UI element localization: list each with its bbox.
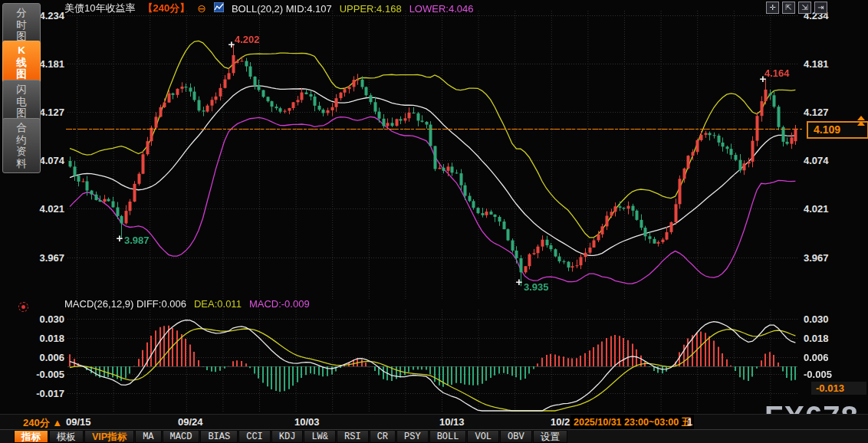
macd-tick-right: 0.006 bbox=[804, 351, 865, 363]
toolbar-button-KDJ[interactable]: KDJ bbox=[271, 430, 304, 443]
macd-last-value-box: -0.013 bbox=[811, 382, 866, 395]
macd-tick-left: 0.006 bbox=[0, 351, 64, 363]
scale-left-axis-icon[interactable]: ⇱ bbox=[782, 2, 795, 14]
price-tick-right: 4.074 bbox=[804, 155, 865, 166]
period-tag: 【240分】 bbox=[143, 2, 189, 15]
pan-icon[interactable]: ✛ bbox=[766, 2, 779, 14]
date-tick: 09/24 bbox=[178, 416, 203, 428]
toolbar-button-CR[interactable]: CR bbox=[370, 430, 396, 443]
date-tick: 09/15 bbox=[66, 416, 91, 428]
toolbar-button-BOLL[interactable]: BOLL bbox=[429, 430, 467, 443]
price-tick-right: 4.127 bbox=[804, 107, 865, 118]
toolbar-button-MACD[interactable]: MACD bbox=[163, 430, 200, 443]
toolbar-button-MA[interactable]: MA bbox=[135, 430, 161, 443]
period-selector[interactable]: 240分 ▲ bbox=[23, 416, 62, 430]
boll-lower-label: LOWER:4.046 bbox=[409, 3, 474, 15]
extreme-label-4.164: 4.164 bbox=[764, 67, 790, 79]
price-tick-left: 3.967 bbox=[0, 251, 64, 263]
toolbar-button-BIAS[interactable]: BIAS bbox=[200, 430, 238, 443]
extreme-label-3.935: 3.935 bbox=[524, 281, 549, 293]
indicator-alert-icon[interactable] bbox=[18, 302, 28, 312]
chart-header: 美债10年收益率 【240分】 ⊖ BOLL(20,2) MID:4.107 U… bbox=[64, 2, 473, 15]
crosshair-mark: + bbox=[760, 72, 767, 85]
crosshair-mark: + bbox=[229, 38, 235, 51]
bar-tooltip-suffix: 1 bbox=[687, 416, 692, 428]
bottom-toolbar: 指标模板VIP指标MAMACDBIASCCIKDJLW&RSICRPSYBOLL… bbox=[0, 429, 868, 443]
boll-mid-label: BOLL(20,2) MID:4.107 bbox=[232, 3, 332, 15]
macd-tick-right: 0.018 bbox=[804, 332, 865, 343]
price-marker-icon[interactable] bbox=[857, 116, 865, 126]
scale-right-axis-icon[interactable]: ⇲ bbox=[798, 2, 811, 14]
toolbar-button-VOL[interactable]: VOL bbox=[467, 430, 499, 443]
instrument-title: 美债10年收益率 bbox=[64, 2, 135, 15]
date-tick: 10/13 bbox=[439, 416, 465, 428]
macd-tick-left: -0.005 bbox=[0, 369, 64, 380]
toolbar-button-设置[interactable]: 设置 bbox=[533, 430, 567, 443]
sidebar-tab-闪电图[interactable]: 闪电图 bbox=[2, 80, 41, 123]
macd-diff-label: MACD(26,12,9) DIFF:0.006 bbox=[64, 298, 186, 310]
macd-chart-canvas[interactable] bbox=[67, 310, 797, 413]
macd-dea-label: DEA:0.011 bbox=[194, 298, 242, 310]
toolbar-button-VIP指标[interactable]: VIP指标 bbox=[84, 430, 134, 443]
chart-app: 美债10年收益率 【240分】 ⊖ BOLL(20,2) MID:4.107 U… bbox=[0, 0, 868, 443]
zoom-out-icon[interactable]: ⊖ bbox=[197, 4, 206, 13]
toolbar-button-LW&[interactable]: LW& bbox=[304, 430, 336, 443]
bar-tooltip: 2025/10/31 23:00~03:00 五 bbox=[570, 415, 694, 430]
last-price-line bbox=[66, 129, 802, 130]
macd-tick-right: -0.005 bbox=[804, 369, 865, 380]
macd-tick-right: 0.030 bbox=[804, 313, 865, 324]
extreme-label-3.987: 3.987 bbox=[124, 235, 150, 246]
main-chart-canvas[interactable] bbox=[67, 11, 797, 300]
boll-indicator-icon bbox=[214, 2, 224, 15]
extreme-label-4.202: 4.202 bbox=[235, 34, 260, 45]
price-tick-left: 4.021 bbox=[0, 202, 64, 214]
toolbar-button-RSI[interactable]: RSI bbox=[337, 430, 369, 443]
date-tick: 10/03 bbox=[294, 416, 320, 428]
sidebar-tab-K线图[interactable]: K线图 bbox=[2, 41, 41, 84]
macd-tick-left: 0.030 bbox=[0, 313, 64, 324]
toolbar-button-模板[interactable]: 模板 bbox=[49, 430, 84, 443]
time-axis: 240分 ▲ 2025/10/31 23:00~03:00 五 1 09/150… bbox=[0, 414, 868, 430]
crosshair-mark: + bbox=[117, 231, 123, 244]
boll-upper-label: UPPER:4.168 bbox=[340, 3, 402, 15]
macd-tick-left: -0.017 bbox=[0, 388, 64, 399]
toolbar-button-OBV[interactable]: OBV bbox=[500, 430, 532, 443]
toolbar-button-PSY[interactable]: PSY bbox=[396, 430, 429, 443]
toolbar-button-CCI[interactable]: CCI bbox=[238, 430, 271, 443]
sidebar-tab-合约资料[interactable]: 合约资料 bbox=[2, 118, 41, 173]
crosshair-mark: + bbox=[516, 275, 523, 288]
chart-tool-icons: ✛⇱⇲⇥ bbox=[766, 2, 827, 14]
toolbar-button-指标[interactable]: 指标 bbox=[14, 430, 48, 443]
macd-header: MACD(26,12,9) DIFF:0.006 DEA:0.011 MACD:… bbox=[64, 298, 310, 310]
price-tick-right: 3.967 bbox=[804, 251, 865, 263]
macd-value-label: MACD:-0.009 bbox=[249, 298, 310, 310]
date-tick: 10/2 bbox=[551, 416, 570, 428]
macd-tick-left: 0.018 bbox=[0, 332, 64, 343]
price-tick-right: 4.181 bbox=[804, 57, 865, 69]
shift-axis-icon[interactable]: ⇥ bbox=[814, 2, 827, 14]
price-tick-right: 4.021 bbox=[804, 202, 865, 214]
